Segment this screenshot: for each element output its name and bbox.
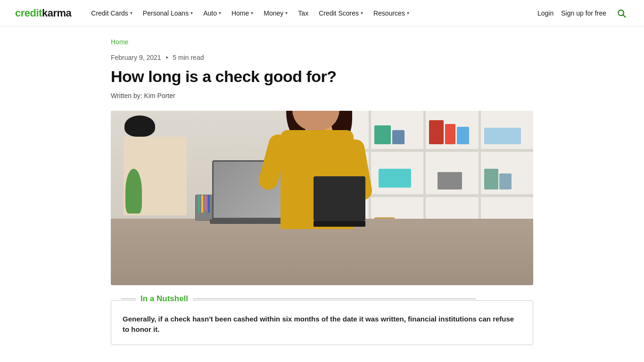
author-prefix: Written by: — [111, 92, 142, 99]
nutshell-header-row: In a Nutshell — [121, 294, 476, 304]
nav-item-resources[interactable]: Resources▾ — [369, 6, 414, 21]
article-author: Written by: Kim Porter — [111, 92, 533, 99]
nav-item-credit-cards[interactable]: Credit Cards▾ — [86, 6, 137, 21]
nav-item-money[interactable]: Money▾ — [259, 6, 292, 21]
author-name-text: Kim Porter — [144, 92, 175, 99]
article-read-time: 5 min read — [173, 54, 204, 61]
logo[interactable]: creditkarma — [15, 7, 71, 19]
nutshell-line-left — [121, 298, 136, 299]
chevron-down-icon: ▾ — [130, 10, 132, 16]
svg-line-1 — [623, 15, 626, 17]
chevron-down-icon: ▾ — [285, 10, 288, 16]
article-date: February 9, 2021 — [111, 54, 161, 61]
nutshell-heading: In a Nutshell — [136, 294, 193, 304]
brand-name: creditkarma — [15, 7, 71, 19]
article-title: How long is a check good for? — [111, 67, 533, 86]
nav-item-home[interactable]: Home▾ — [227, 6, 258, 21]
nav-item-tax[interactable]: Tax — [293, 6, 313, 21]
signup-link[interactable]: Sign up for free — [561, 9, 606, 17]
breadcrumb: Home — [111, 38, 533, 46]
meta-separator: • — [166, 54, 168, 61]
search-icon — [617, 8, 626, 18]
chevron-down-icon: ▾ — [190, 10, 193, 16]
login-link[interactable]: Login — [537, 9, 553, 17]
chevron-down-icon: ▾ — [361, 10, 363, 16]
article-hero-image — [111, 111, 533, 285]
nutshell-body: Generally, if a check hasn't been cashed… — [123, 314, 521, 335]
chevron-down-icon: ▾ — [219, 10, 221, 16]
search-button[interactable] — [614, 6, 629, 21]
nav-item-auto[interactable]: Auto▾ — [198, 6, 226, 21]
nav-right: Login Sign up for free — [537, 6, 629, 21]
chevron-down-icon: ▾ — [407, 10, 409, 16]
nutshell-line-right — [193, 298, 476, 299]
nutshell-box: In a Nutshell Generally, if a check hasn… — [111, 300, 533, 345]
nav-item-credit-scores[interactable]: Credit Scores▾ — [314, 6, 368, 21]
chevron-down-icon: ▾ — [251, 10, 253, 16]
breadcrumb-home[interactable]: Home — [111, 38, 128, 46]
main-content: Home February 9, 2021 • 5 min read How l… — [96, 26, 548, 362]
site-header: creditkarma Credit Cards▾Personal Loans▾… — [0, 0, 644, 26]
main-nav: Credit Cards▾Personal Loans▾Auto▾Home▾Mo… — [86, 6, 537, 21]
article-meta: February 9, 2021 • 5 min read — [111, 54, 533, 61]
nav-item-personal-loans[interactable]: Personal Loans▾ — [138, 6, 198, 21]
